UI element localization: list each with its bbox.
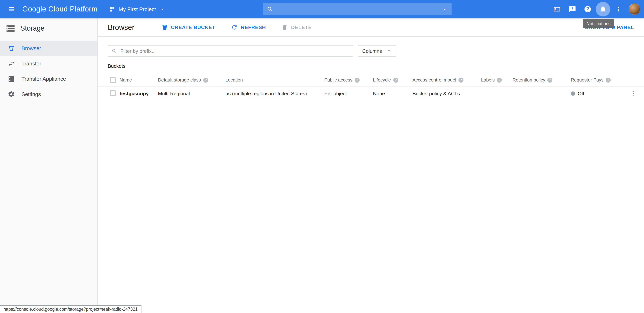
col-labels: Labels? bbox=[481, 77, 512, 83]
more-options-icon[interactable] bbox=[611, 2, 626, 16]
cell-requester-pays: Off bbox=[571, 91, 628, 96]
delete-button[interactable]: DELETE bbox=[282, 24, 312, 30]
status-link-preview: https://console.cloud.google.com/storage… bbox=[0, 305, 142, 313]
sidebar-item-label: Browser bbox=[22, 45, 41, 51]
sidebar-item-transfer-appliance[interactable]: Transfer Appliance bbox=[0, 71, 97, 86]
help-icon[interactable]: ? bbox=[355, 77, 360, 82]
help-icon[interactable]: ? bbox=[393, 77, 398, 82]
col-lifecycle: Lifecycle? bbox=[373, 77, 412, 83]
help-icon[interactable] bbox=[580, 2, 595, 16]
topbar-actions bbox=[550, 0, 640, 18]
cell-bucket-name[interactable]: testgcscopy bbox=[120, 91, 158, 96]
cell-location: us (multiple regions in United States) bbox=[226, 91, 324, 96]
project-icon bbox=[109, 6, 116, 12]
refresh-icon bbox=[231, 24, 238, 31]
sidebar-item-browser[interactable]: Browser bbox=[0, 40, 97, 56]
help-icon[interactable]: ? bbox=[606, 77, 611, 82]
row-overflow-menu-icon[interactable]: ⋮ bbox=[628, 90, 639, 97]
project-selector[interactable]: My First Project bbox=[109, 6, 165, 12]
col-storage-class: Default storage class? bbox=[158, 77, 226, 83]
sidebar-header: Storage bbox=[0, 18, 97, 38]
sidebar-item-label: Transfer bbox=[22, 60, 41, 67]
storage-product-icon bbox=[6, 23, 15, 33]
brand-title[interactable]: Google Cloud Platform bbox=[22, 5, 98, 13]
table-row[interactable]: testgcscopy Multi-Regional us (multiple … bbox=[98, 86, 644, 101]
transfer-arrows-icon bbox=[7, 60, 15, 67]
search-bar[interactable] bbox=[263, 3, 452, 15]
notifications-bell-icon[interactable] bbox=[596, 2, 610, 16]
col-name: Name bbox=[120, 77, 158, 83]
col-retention: Retention policy? bbox=[512, 77, 571, 83]
cell-access-control: Bucket policy & ACLs bbox=[412, 91, 481, 96]
col-public-access: Public access? bbox=[324, 77, 373, 83]
notifications-tooltip: Notifications bbox=[583, 19, 614, 28]
status-dot-icon bbox=[571, 91, 575, 96]
chevron-down-icon bbox=[386, 48, 392, 54]
help-icon[interactable]: ? bbox=[458, 77, 464, 82]
col-access-control: Access control model? bbox=[412, 77, 481, 83]
chevron-down-icon bbox=[159, 6, 165, 12]
sidebar-nav: Browser Transfer Transfer Appliance Sett… bbox=[0, 40, 97, 102]
add-bucket-icon bbox=[162, 24, 168, 31]
sidebar-item-transfer[interactable]: Transfer bbox=[0, 56, 97, 71]
filter-input[interactable] bbox=[120, 48, 349, 54]
gear-icon bbox=[7, 90, 15, 98]
appliance-icon bbox=[7, 75, 15, 83]
select-all-checkbox[interactable] bbox=[110, 77, 116, 83]
help-icon[interactable]: ? bbox=[548, 77, 552, 82]
buckets-section-label: Buckets bbox=[108, 63, 634, 69]
search-dropdown-icon[interactable] bbox=[441, 6, 448, 13]
cell-public-access: Per object bbox=[324, 91, 373, 96]
columns-dropdown[interactable]: Columns bbox=[358, 45, 396, 57]
page-title: Browser bbox=[108, 23, 162, 31]
col-requester-pays: Requester Pays? bbox=[571, 77, 628, 83]
sidebar: Storage Browser Transfer Transfer Applia… bbox=[0, 18, 98, 313]
help-icon[interactable]: ? bbox=[203, 77, 208, 82]
refresh-button[interactable]: REFRESH bbox=[231, 24, 266, 31]
filter-box[interactable] bbox=[108, 45, 353, 57]
filter-search-icon bbox=[112, 48, 117, 54]
gcp-console: Google Cloud Platform My First Project bbox=[0, 0, 644, 313]
menu-icon[interactable] bbox=[4, 1, 19, 17]
help-icon[interactable]: ? bbox=[497, 77, 502, 82]
table-header-row: Name Default storage class? Location Pub… bbox=[98, 74, 644, 86]
trash-icon bbox=[282, 24, 288, 30]
sidebar-title: Storage bbox=[20, 24, 44, 32]
sidebar-item-label: Transfer Appliance bbox=[22, 76, 66, 82]
search-input[interactable] bbox=[276, 6, 438, 12]
main-content: Browser CREATE BUCKET REFRESH DELETE bbox=[98, 18, 644, 313]
bucket-icon bbox=[7, 44, 15, 52]
content-header: Browser CREATE BUCKET REFRESH DELETE bbox=[98, 18, 644, 37]
buckets-table: Name Default storage class? Location Pub… bbox=[98, 74, 644, 101]
col-location: Location bbox=[226, 77, 324, 83]
create-bucket-button[interactable]: CREATE BUCKET bbox=[162, 24, 215, 31]
toolbar: Columns bbox=[108, 45, 634, 57]
topbar: Google Cloud Platform My First Project bbox=[0, 0, 644, 18]
cell-lifecycle: None bbox=[373, 91, 412, 96]
cloud-shell-icon[interactable] bbox=[550, 2, 564, 16]
sidebar-item-settings[interactable]: Settings bbox=[0, 86, 97, 102]
row-checkbox[interactable] bbox=[110, 90, 116, 96]
project-name: My First Project bbox=[119, 6, 156, 12]
search-icon bbox=[267, 6, 273, 12]
sidebar-item-label: Settings bbox=[22, 91, 41, 97]
feedback-icon[interactable] bbox=[565, 2, 580, 16]
cell-storage-class: Multi-Regional bbox=[158, 91, 226, 96]
avatar[interactable] bbox=[629, 3, 640, 15]
